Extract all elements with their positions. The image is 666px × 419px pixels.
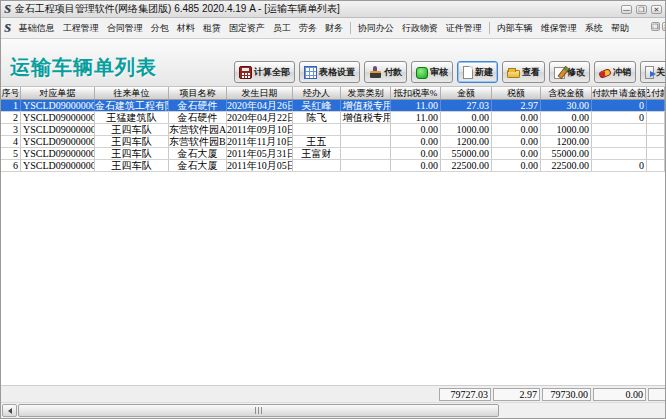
table-cell: 增值税专用发票 <box>341 100 391 111</box>
table-cell <box>341 160 391 171</box>
table-cell: 金石硬件 <box>169 100 227 111</box>
menu-item[interactable]: 内部车辆 <box>493 19 537 38</box>
restore-button[interactable]: ❐ <box>636 5 647 14</box>
column-header[interactable]: 金额 <box>441 87 492 99</box>
modify-button[interactable]: 修改 <box>549 61 590 83</box>
column-header[interactable]: 已付款 <box>647 87 665 99</box>
menu-item[interactable]: 分包 <box>147 19 173 38</box>
folder-icon <box>507 70 520 78</box>
button-label: 修改 <box>567 66 585 79</box>
menu-item[interactable]: 工程管理 <box>59 19 103 38</box>
calculator-icon <box>239 66 252 79</box>
total-amount-with-tax: 79730.00 <box>542 388 591 401</box>
mdi-window-controls: ❐ ✕ <box>651 22 665 31</box>
table-cell: YSCLD090000002 <box>21 124 95 135</box>
button-label: 表格设置 <box>319 66 355 79</box>
button-label: 计算全部 <box>254 66 290 79</box>
scroll-left-button[interactable] <box>2 404 17 417</box>
reverse-button[interactable]: 冲销 <box>594 61 636 83</box>
table-cell: 22500.00 <box>441 160 492 171</box>
edit-pencil-icon <box>554 67 565 79</box>
table-row[interactable]: 3YSCLD090000002王四车队东营软件园A座2011年09月10日0.0… <box>1 124 665 136</box>
menu-bar: S 基础信息工程管理合同管理分包材料租赁固定资产员工劳务财务协同办公行政物资证件… <box>1 18 665 39</box>
table-cell: 王四车队 <box>95 148 169 159</box>
table-body: 1YSCLD090000006金石建筑工程有限金石硬件2020年04月26日吴红… <box>1 100 665 172</box>
table-cell <box>293 160 341 171</box>
minimize-button[interactable]: — <box>621 5 632 14</box>
table-cell: 0 <box>592 160 647 171</box>
title-bar: S 金石工程项目管理软件(网络集团版) 6.485 2020.4.19 A - … <box>1 1 665 18</box>
mdi-close-button[interactable]: ✕ <box>662 22 665 31</box>
orders-table: 序号对应单据往来单位项目名称发生日期经办人发票类别抵扣税率%金额税额含税金额付款… <box>1 87 665 172</box>
table-row[interactable]: 5YSCLD090000001王四车队金石大厦2011年05月31日王富财0.0… <box>1 148 665 160</box>
table-cell: 55000.00 <box>441 148 492 159</box>
table-cell: 金石硬件 <box>169 112 227 123</box>
table-cell: 2011年11月10日 <box>227 136 293 147</box>
table-cell: 4 <box>1 136 21 147</box>
column-header[interactable]: 含税金额 <box>541 87 592 99</box>
column-header[interactable]: 抵扣税率% <box>391 87 441 99</box>
column-header[interactable]: 往来单位 <box>95 87 169 99</box>
menu-item[interactable]: 帮助 <box>607 19 633 38</box>
new-doc-icon <box>463 66 473 79</box>
table-cell: 王五 <box>293 136 341 147</box>
audit-icon <box>416 67 428 79</box>
column-header[interactable]: 税额 <box>492 87 541 99</box>
table-cell: 2011年05月31日 <box>227 148 293 159</box>
menu-item[interactable]: 员工 <box>269 19 295 38</box>
mdi-restore-button[interactable]: ❐ <box>651 22 660 31</box>
table-cell: 王猛建筑队 <box>95 112 169 123</box>
table-row[interactable]: 4YSCLD090000003王四车队东营软件园B座2011年11月10日王五0… <box>1 136 665 148</box>
menu-item[interactable]: 财务 <box>321 19 347 38</box>
close-window-button[interactable]: ✕ <box>651 5 662 14</box>
table-cell: 吴红峰 <box>293 100 341 111</box>
menu-item[interactable]: 基础信息 <box>15 19 59 38</box>
table-cell <box>647 124 665 135</box>
column-header[interactable]: 经办人 <box>293 87 341 99</box>
column-header[interactable]: 付款申请金额 <box>592 87 647 99</box>
new-button[interactable]: 新建 <box>457 61 498 83</box>
menu-item[interactable]: 固定资产 <box>225 19 269 38</box>
table-settings-button[interactable]: 表格设置 <box>299 61 360 83</box>
table-cell: YSCLD090000005 <box>21 160 95 171</box>
menu-item[interactable]: 合同管理 <box>103 19 147 38</box>
table-row[interactable]: 2YSCLD090000004王猛建筑队金石硬件2020年04月22日陈飞增值税… <box>1 112 665 124</box>
horizontal-scrollbar[interactable] <box>1 402 665 418</box>
table-cell: 0.00 <box>391 148 441 159</box>
menu-item[interactable]: 协同办公 <box>354 19 398 38</box>
column-header[interactable]: 对应单据 <box>21 87 95 99</box>
table-cell: 王富财 <box>293 148 341 159</box>
table-cell: 11.00 <box>391 100 441 111</box>
column-header[interactable]: 发生日期 <box>227 87 293 99</box>
menu-item[interactable]: 行政物资 <box>398 19 442 38</box>
menu-item[interactable]: 劳务 <box>295 19 321 38</box>
payment-button[interactable]: 付款 <box>364 61 407 83</box>
menu-item[interactable]: 维保管理 <box>537 19 581 38</box>
table-cell: 5 <box>1 148 21 159</box>
scrollbar-thumb[interactable] <box>18 404 499 417</box>
column-header[interactable]: 项目名称 <box>169 87 227 99</box>
table-row[interactable]: 1YSCLD090000006金石建筑工程有限金石硬件2020年04月26日吴红… <box>1 100 665 112</box>
menu-item[interactable]: 证件管理 <box>442 19 486 38</box>
menu-item[interactable]: 租赁 <box>199 19 225 38</box>
menu-item[interactable]: 材料 <box>173 19 199 38</box>
view-button[interactable]: 查看 <box>502 61 545 83</box>
toolbar: 计算全部表格设置付款审核新建查看修改冲销关闭 <box>234 61 665 83</box>
table-row[interactable]: 6YSCLD090000005王四车队金石大厦2011年10月05日0.0022… <box>1 160 665 172</box>
calc-all-button[interactable]: 计算全部 <box>234 61 295 83</box>
menu-item[interactable]: 系统 <box>581 19 607 38</box>
column-header[interactable]: 序号 <box>1 87 21 99</box>
table-cell: 1 <box>1 100 21 111</box>
app-logo-icon: S <box>4 3 11 15</box>
column-header[interactable]: 发票类别 <box>341 87 391 99</box>
left-arrow-icon <box>8 408 12 414</box>
close-button[interactable]: 关闭 <box>640 61 665 83</box>
total-payment-request: 0.00 <box>593 388 646 401</box>
button-label: 冲销 <box>613 66 631 79</box>
app-window: S 金石工程项目管理软件(网络集团版) 6.485 2020.4.19 A - … <box>0 0 666 419</box>
page-title: 运输车辆单列表 <box>10 54 157 81</box>
table-cell: 金石建筑工程有限 <box>95 100 169 111</box>
table-cell: 东营软件园A座 <box>169 124 227 135</box>
table-cell: 22500.00 <box>541 160 592 171</box>
audit-button[interactable]: 审核 <box>411 61 453 83</box>
